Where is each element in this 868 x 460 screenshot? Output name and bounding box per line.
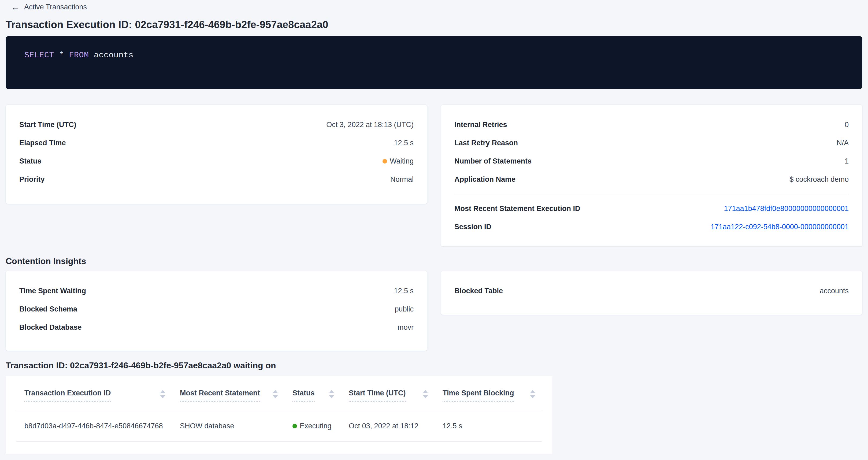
column-header-label: Start Time (UTC) <box>349 389 406 402</box>
application-name-label: Application Name <box>454 175 516 184</box>
sql-keyword: FROM <box>69 51 89 60</box>
column-header-start-time[interactable]: Start Time (UTC) <box>341 386 435 411</box>
waiting-on-table: Transaction Execution ID Most Recent Sta… <box>17 386 542 441</box>
row-elapsed-time: Elapsed Time 12.5 s <box>19 134 414 152</box>
column-header-label: Most Recent Statement <box>180 389 260 402</box>
time-spent-waiting-label: Time Spent Waiting <box>19 287 86 295</box>
last-retry-reason-value: N/A <box>837 139 849 147</box>
cell-transaction-execution-id: b8d7d03a-d497-446b-8474-e50846674768 <box>17 411 172 441</box>
status-label: Status <box>19 157 41 165</box>
sort-icon[interactable] <box>329 390 334 398</box>
most-recent-statement-execution-id-label: Most Recent Statement Execution ID <box>454 205 580 213</box>
sort-icon[interactable] <box>273 390 278 398</box>
internal-retries-label: Internal Retries <box>454 121 507 129</box>
blocked-table-value: accounts <box>820 287 849 295</box>
most-recent-statement-execution-id-link[interactable]: 171aa1b478fdf0e80000000000000001 <box>724 205 849 213</box>
row-number-of-statements: Number of Statements 1 <box>454 152 849 170</box>
column-header-label: Status <box>292 389 315 402</box>
cell-start-time: Oct 03, 2022 at 18:12 <box>341 411 435 441</box>
card-divider <box>454 194 849 194</box>
column-header-transaction-execution-id[interactable]: Transaction Execution ID <box>17 386 172 411</box>
row-most-recent-statement-execution-id: Most Recent Statement Execution ID 171aa… <box>454 200 849 218</box>
blocked-database-value: movr <box>398 323 414 332</box>
priority-label: Priority <box>19 175 45 184</box>
status-value: Waiting <box>382 157 414 165</box>
sort-icon[interactable] <box>423 390 428 398</box>
row-start-time: Start Time (UTC) Oct 3, 2022 at 18:13 (U… <box>19 116 414 134</box>
session-id-label: Session ID <box>454 223 491 231</box>
waiting-on-heading: Transaction ID: 02ca7931-f246-469b-b2fe-… <box>6 360 862 371</box>
sql-text: * <box>54 51 69 60</box>
row-session-id: Session ID 171aa122-c092-54b8-0000-00000… <box>454 218 849 236</box>
last-retry-reason-label: Last Retry Reason <box>454 139 518 147</box>
column-header-most-recent-statement[interactable]: Most Recent Statement <box>172 386 284 411</box>
status-waiting-dot-icon <box>382 159 387 163</box>
row-time-spent-waiting: Time Spent Waiting 12.5 s <box>19 282 414 300</box>
session-id-link[interactable]: 171aa122-c092-54b8-0000-000000000001 <box>711 223 849 231</box>
application-name-value: $ cockroach demo <box>789 175 849 184</box>
start-time-label: Start Time (UTC) <box>19 121 76 129</box>
sql-text: accounts <box>89 51 134 60</box>
row-blocked-database: Blocked Database movr <box>19 318 414 336</box>
cell-most-recent-statement: SHOW database <box>172 411 284 441</box>
blocked-schema-label: Blocked Schema <box>19 305 77 313</box>
blocked-table-label: Blocked Table <box>454 287 503 295</box>
column-header-status[interactable]: Status <box>284 386 341 411</box>
contention-waiting-card: Time Spent Waiting 12.5 s Blocked Schema… <box>6 271 427 351</box>
column-header-label: Transaction Execution ID <box>24 389 111 402</box>
overview-cards-row: Start Time (UTC) Oct 3, 2022 at 18:13 (U… <box>6 104 862 247</box>
contention-insights-heading: Contention Insights <box>6 256 862 267</box>
number-of-statements-label: Number of Statements <box>454 157 532 165</box>
time-spent-waiting-value: 12.5 s <box>394 287 414 295</box>
back-arrow-icon: ← <box>11 3 20 11</box>
row-internal-retries: Internal Retries 0 <box>454 116 849 134</box>
start-time-value: Oct 3, 2022 at 18:13 (UTC) <box>326 121 414 129</box>
sql-statement-box: SELECT * FROM accounts <box>6 36 862 89</box>
elapsed-time-value: 12.5 s <box>394 139 414 147</box>
page-title: Transaction Execution ID: 02ca7931-f246-… <box>6 19 862 31</box>
status-text: Waiting <box>390 157 414 165</box>
back-link-label: Active Transactions <box>24 3 87 11</box>
sort-icon[interactable] <box>160 390 165 398</box>
cell-status: Executing <box>284 411 341 441</box>
sql-keyword: SELECT <box>24 51 54 60</box>
sort-icon[interactable] <box>530 390 535 398</box>
active-transaction-details-page: ← Active Transactions Transaction Execut… <box>0 0 868 460</box>
contention-cards-row: Time Spent Waiting 12.5 s Blocked Schema… <box>6 271 862 351</box>
internal-retries-value: 0 <box>845 121 849 129</box>
table-row: b8d7d03a-d497-446b-8474-e50846674768 SHO… <box>17 411 542 441</box>
cell-time-spent-blocking: 12.5 s <box>435 411 542 441</box>
column-header-label: Time Spent Blocking <box>442 389 514 402</box>
transaction-execution-card: Internal Retries 0 Last Retry Reason N/A… <box>441 104 862 247</box>
blocked-schema-value: public <box>395 305 414 313</box>
elapsed-time-label: Elapsed Time <box>19 139 66 147</box>
column-header-time-spent-blocking[interactable]: Time Spent Blocking <box>435 386 542 411</box>
contention-blocked-table-card: Blocked Table accounts <box>441 271 862 315</box>
back-link-active-transactions[interactable]: ← Active Transactions <box>11 3 87 11</box>
blocked-database-label: Blocked Database <box>19 323 82 332</box>
status-text: Executing <box>300 422 332 430</box>
status-executing-dot-icon <box>292 424 297 428</box>
waiting-on-table-card: Transaction Execution ID Most Recent Sta… <box>6 376 553 454</box>
row-priority: Priority Normal <box>19 170 414 188</box>
row-blocked-schema: Blocked Schema public <box>19 300 414 318</box>
table-header-row: Transaction Execution ID Most Recent Sta… <box>17 386 542 411</box>
transaction-summary-card: Start Time (UTC) Oct 3, 2022 at 18:13 (U… <box>6 104 427 204</box>
row-application-name: Application Name $ cockroach demo <box>454 170 849 188</box>
number-of-statements-value: 1 <box>845 157 849 165</box>
row-last-retry-reason: Last Retry Reason N/A <box>454 134 849 152</box>
row-blocked-table: Blocked Table accounts <box>454 282 849 300</box>
priority-value: Normal <box>390 175 414 184</box>
row-status: Status Waiting <box>19 152 414 170</box>
